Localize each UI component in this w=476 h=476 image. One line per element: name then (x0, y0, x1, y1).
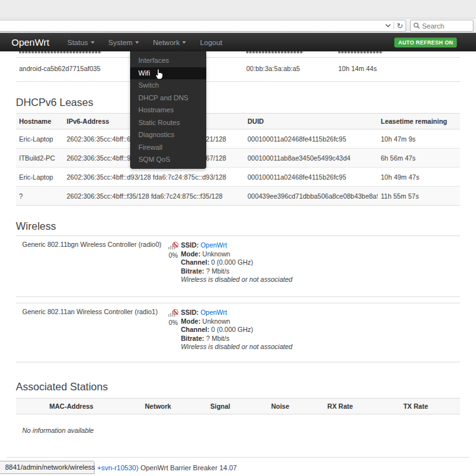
url-bar[interactable]: ↻ (0, 20, 406, 32)
dhcpv6-leases-title: DHCPv6 Leases (16, 96, 93, 109)
col-noise: Noise (251, 399, 309, 414)
menu-item-dhcp-dns[interactable]: DHCP and DNS (130, 92, 206, 105)
menu-item-firewall[interactable]: Firewall (130, 142, 206, 154)
chevron-down-icon[interactable] (385, 23, 391, 28)
footer-divider (6, 457, 470, 458)
network-dropdown-menu: Interfaces Wifi Switch DHCP and DNS Host… (130, 51, 206, 169)
radio0-block: Generic 802.11bgn Wireless Controller (r… (16, 235, 460, 297)
browser-search-box[interactable] (410, 20, 473, 32)
col-signal: Signal (189, 399, 251, 414)
caret-down-icon (182, 41, 186, 44)
luci-version-link[interactable]: +svn-r10530) (97, 464, 138, 472)
table-header-row: MAC-Address Network Signal Noise RX Rate… (16, 399, 460, 414)
associated-stations-table: MAC-Address Network Signal Noise RX Rate… (16, 398, 460, 414)
radio1-note: Wireless is disabled or not associated (181, 343, 293, 352)
col-tx-rate: TX Rate (371, 399, 460, 414)
search-input[interactable] (422, 22, 466, 30)
table-row: Eric-Laptop 2602:306:35cc:4bff::d93/128 … (16, 168, 460, 187)
col-duid: DUID (244, 114, 378, 129)
dhcpv6-leases-table: Hostname IPv6-Address DUID Leasetime rem… (16, 113, 460, 206)
toolbar-divider (393, 22, 394, 30)
table-row: ITBuild2-PC 2602:306:35cc:4bff::967/128 … (16, 149, 460, 168)
menu-item-sqm-qos[interactable]: SQM QoS (130, 154, 206, 166)
search-icon (413, 22, 420, 29)
browser-tabstrip (0, 0, 476, 18)
menu-item-interfaces[interactable]: Interfaces (130, 55, 206, 67)
link-preview-statusbar: 8841/admin/network/wireless (0, 461, 95, 474)
reload-icon[interactable]: ↻ (397, 22, 403, 30)
dhcp-mac: 00:bb:3a:5a:ab:a5 (246, 65, 300, 72)
no-signal-icon (173, 242, 178, 248)
openwrt-wireless-page: ↻ OpenWrt Status System Network Logout A… (0, 0, 476, 476)
auto-refresh-badge[interactable]: AUTO REFRESH ON (394, 37, 457, 48)
associated-stations-title: Associated Stations (16, 381, 108, 393)
footer-text: +svn-r10530) OpenWrt Barrier Breaker 14.… (97, 464, 237, 472)
no-signal-icon (173, 309, 178, 315)
caret-down-icon (135, 41, 139, 44)
radio0-note: Wireless is disabled or not associated (181, 275, 293, 284)
brand-logo: OpenWrt (11, 37, 50, 48)
clipped-row-remnant (246, 51, 303, 53)
ssid-link[interactable]: OpenWrt (201, 308, 227, 316)
menu-item-hostnames[interactable]: Hostnames (130, 104, 206, 117)
col-network: Network (127, 399, 189, 414)
table-row: ? 2602:306:35cc:4bff::f35/128 fda6:7c24:… (16, 187, 460, 206)
radio1-block: Generic 802.11an Wireless Controller (ra… (16, 303, 460, 362)
openwrt-navbar: OpenWrt Status System Network Logout AUT… (0, 33, 476, 51)
table-header-row: Hostname IPv6-Address DUID Leasetime rem… (16, 114, 460, 129)
nav-system[interactable]: System (102, 39, 146, 46)
signal-percent: 0% (166, 319, 181, 326)
col-hostname: Hostname (16, 114, 63, 129)
col-leasetime: Leasetime remaining (378, 114, 460, 129)
menu-item-diagnostics[interactable]: Diagnostics (130, 129, 206, 142)
signal-disabled-icon (168, 242, 178, 250)
dhcp-leasetime: 10h 14m 44s (338, 65, 377, 72)
clipped-row-remnant (338, 51, 383, 53)
wireless-title: Wireless (16, 220, 56, 232)
mouse-cursor-hand-icon (155, 69, 165, 83)
radio0-name: Generic 802.11bgn Wireless Controller (r… (22, 241, 161, 248)
signal-percent: 0% (166, 252, 181, 259)
radio1-name: Generic 802.11an Wireless Controller (ra… (22, 308, 157, 315)
table-row: Eric-Laptop 2602:306:35cc:4bff::621/128 … (16, 129, 460, 149)
table-divider (16, 57, 460, 58)
menu-item-switch[interactable]: Switch (130, 79, 206, 92)
nav-logout[interactable]: Logout (193, 39, 229, 46)
dhcp-hostname: android-ca5b62d7715af035 (19, 65, 100, 72)
ssid-link[interactable]: OpenWrt (201, 241, 227, 249)
nav-network[interactable]: Network (146, 39, 193, 46)
caret-down-icon (91, 41, 95, 44)
nav-status[interactable]: Status (60, 39, 102, 46)
table-divider (16, 81, 460, 82)
signal-disabled-icon (168, 309, 178, 317)
menu-item-static-routes[interactable]: Static Routes (130, 117, 206, 129)
col-rx-rate: RX Rate (309, 399, 371, 414)
clipped-row-remnant (19, 51, 102, 53)
col-mac: MAC-Address (16, 399, 127, 414)
no-information-message: No information available (22, 426, 94, 434)
menu-item-wifi[interactable]: Wifi (130, 67, 206, 80)
